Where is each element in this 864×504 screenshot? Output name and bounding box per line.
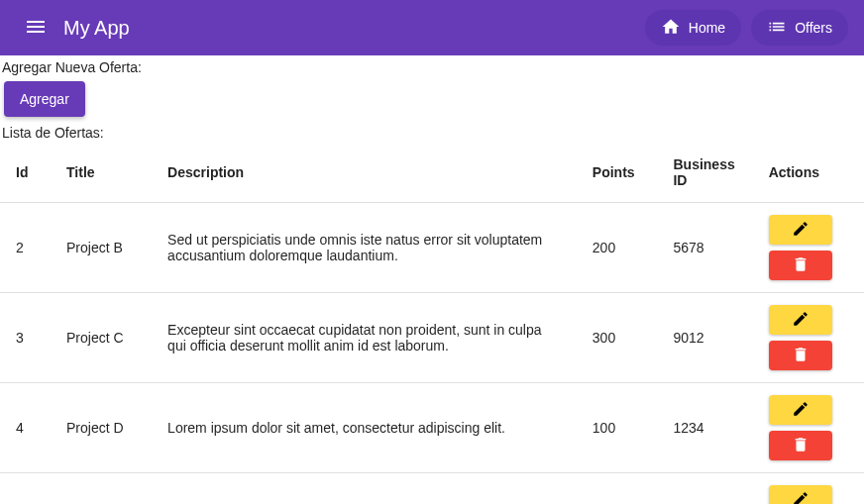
cell-actions [753,473,864,505]
edit-button[interactable] [769,395,832,425]
offers-table: Id Title Description Points Business ID … [0,143,864,504]
delete-icon [792,436,810,456]
edit-button[interactable] [769,215,832,245]
cell-business-id: 5678 [657,203,752,293]
th-business-id: Business ID [657,143,752,203]
add-offer-button[interactable]: Agregar [4,81,85,117]
offers-button-label: Offers [795,20,832,36]
cell-business-id: 1234 [657,383,752,473]
cell-actions [753,293,864,383]
edit-button[interactable] [769,305,832,335]
edit-icon [792,220,810,241]
cell-title: Project B [51,203,152,293]
cell-id: 4 [0,383,51,473]
delete-button[interactable] [769,431,832,460]
th-id: Id [0,143,51,203]
cell-business-id: 5678 [657,473,752,505]
cell-points: 100 [577,383,658,473]
th-points: Points [577,143,658,203]
cell-description: Sed ut perspiciatis unde omnis iste natu… [152,203,577,293]
table-row: 2Project BSed ut perspiciatis unde omnis… [0,203,864,293]
table-row: 3Project CExcepteur sint occaecat cupida… [0,293,864,383]
list-section-label: Lista de Ofertas: [0,121,864,143]
cell-business-id: 9012 [657,293,752,383]
th-title: Title [51,143,152,203]
cell-id: 3 [0,293,51,383]
cell-actions [753,383,864,473]
app-toolbar: My App Home Offers [0,0,864,55]
cell-description: Lorem ipsum dolor sit amet, consectetur … [152,383,577,473]
edit-icon [792,490,810,505]
cell-id: 2 [0,203,51,293]
delete-icon [792,346,810,366]
cell-title: Project E [51,473,152,505]
cell-points: 200 [577,473,658,505]
table-header-row: Id Title Description Points Business ID … [0,143,864,203]
offers-button[interactable]: Offers [751,10,848,46]
delete-button[interactable] [769,341,832,370]
cell-actions [753,203,864,293]
th-actions: Actions [753,143,864,203]
page-body: Agregar Nueva Oferta: Agregar Lista de O… [0,55,864,504]
cell-points: 300 [577,293,658,383]
list-icon [767,17,787,40]
edit-button[interactable] [769,485,832,504]
cell-description: Excepteur sint occaecat cupidatat non pr… [152,293,577,383]
delete-button[interactable] [769,251,832,280]
app-title: My App [63,17,130,40]
cell-id: 5 [0,473,51,505]
menu-icon [24,15,48,42]
th-description: Description [152,143,577,203]
cell-description: Sed ut perspiciatis unde omnis iste natu… [152,473,577,505]
edit-icon [792,310,810,331]
delete-icon [792,255,810,276]
add-section-label: Agregar Nueva Oferta: [0,55,864,77]
home-button[interactable]: Home [645,10,741,46]
cell-points: 200 [577,203,658,293]
edit-icon [792,400,810,421]
cell-title: Project D [51,383,152,473]
home-icon [661,17,681,40]
cell-title: Project C [51,293,152,383]
menu-button[interactable] [16,8,55,48]
table-row: 5Project ESed ut perspiciatis unde omnis… [0,473,864,505]
table-row: 4Project DLorem ipsum dolor sit amet, co… [0,383,864,473]
home-button-label: Home [689,20,725,36]
